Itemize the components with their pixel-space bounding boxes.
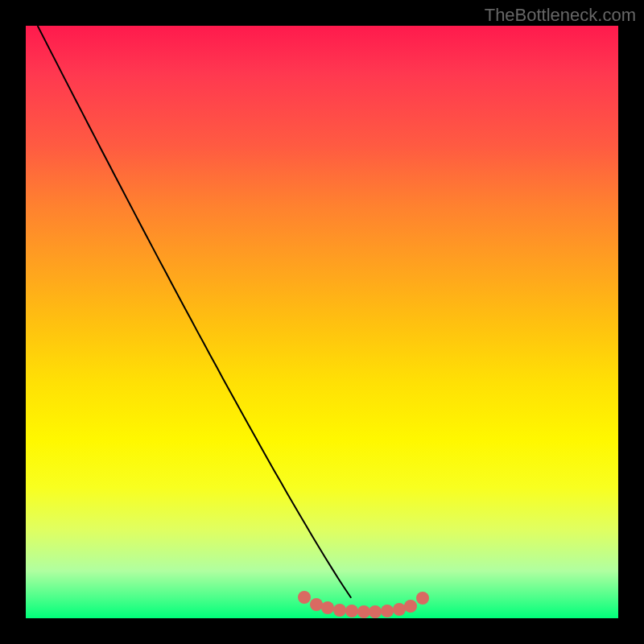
optimal-marker	[298, 591, 311, 604]
optimal-marker	[357, 605, 370, 618]
optimal-marker	[333, 604, 346, 617]
optimal-markers	[26, 26, 618, 618]
optimal-marker	[393, 603, 406, 616]
watermark-text: TheBottleneck.com	[485, 5, 636, 26]
plot-area	[26, 26, 618, 618]
optimal-marker	[321, 601, 334, 614]
optimal-marker	[404, 600, 417, 613]
optimal-marker	[310, 598, 323, 611]
optimal-marker	[369, 605, 382, 618]
optimal-marker	[345, 605, 358, 617]
optimal-marker	[416, 592, 429, 605]
optimal-marker	[381, 605, 394, 617]
